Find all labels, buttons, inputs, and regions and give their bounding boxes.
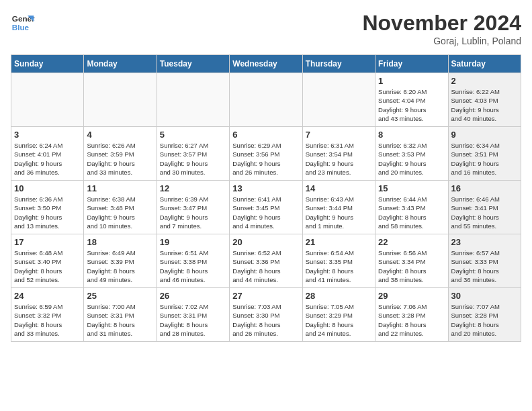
day-number: 2	[451, 76, 518, 86]
day-info: Sunrise: 6:29 AM Sunset: 3:56 PM Dayligh…	[232, 141, 299, 177]
day-info: Sunrise: 7:00 AM Sunset: 3:31 PM Dayligh…	[87, 302, 153, 338]
day-header-sunday: Sunday	[11, 55, 84, 73]
day-info: Sunrise: 6:43 AM Sunset: 3:44 PM Dayligh…	[306, 195, 372, 230]
calendar-cell: 11Sunrise: 6:38 AM Sunset: 3:48 PM Dayli…	[84, 181, 157, 234]
calendar-cell: 4Sunrise: 6:26 AM Sunset: 3:59 PM Daylig…	[84, 127, 157, 181]
calendar-cell: 17Sunrise: 6:48 AM Sunset: 3:40 PM Dayli…	[11, 234, 84, 288]
day-number: 12	[160, 183, 226, 193]
calendar-cell	[302, 73, 375, 127]
day-number: 13	[232, 183, 299, 193]
day-info: Sunrise: 6:49 AM Sunset: 3:39 PM Dayligh…	[87, 248, 153, 284]
day-header-saturday: Saturday	[448, 55, 521, 73]
day-number: 29	[378, 291, 445, 301]
day-info: Sunrise: 6:31 AM Sunset: 3:54 PM Dayligh…	[306, 141, 372, 177]
day-number: 1	[378, 76, 445, 86]
month-title: November 2024	[362, 11, 521, 36]
calendar-cell: 29Sunrise: 7:06 AM Sunset: 3:28 PM Dayli…	[375, 288, 448, 342]
calendar-cell: 7Sunrise: 6:31 AM Sunset: 3:54 PM Daylig…	[302, 127, 375, 181]
day-number: 24	[14, 291, 81, 301]
calendar-cell: 22Sunrise: 6:56 AM Sunset: 3:34 PM Dayli…	[375, 234, 448, 288]
day-info: Sunrise: 6:38 AM Sunset: 3:48 PM Dayligh…	[87, 195, 153, 230]
calendar-cell: 15Sunrise: 6:44 AM Sunset: 3:43 PM Dayli…	[375, 181, 448, 234]
header-row: SundayMondayTuesdayWednesdayThursdayFrid…	[11, 55, 521, 73]
page-header: General Blue November 2024 Goraj, Lublin…	[11, 11, 521, 46]
calendar-table: SundayMondayTuesdayWednesdayThursdayFrid…	[11, 54, 521, 342]
calendar-week-3: 10Sunrise: 6:36 AM Sunset: 3:50 PM Dayli…	[11, 181, 521, 234]
calendar-cell: 24Sunrise: 6:59 AM Sunset: 3:32 PM Dayli…	[11, 288, 84, 342]
calendar-cell: 1Sunrise: 6:20 AM Sunset: 4:04 PM Daylig…	[375, 73, 448, 127]
day-number: 11	[87, 183, 153, 193]
logo: General Blue	[11, 11, 35, 35]
day-info: Sunrise: 6:24 AM Sunset: 4:01 PM Dayligh…	[14, 141, 81, 177]
calendar-cell: 8Sunrise: 6:32 AM Sunset: 3:53 PM Daylig…	[375, 127, 448, 181]
day-info: Sunrise: 6:48 AM Sunset: 3:40 PM Dayligh…	[14, 248, 81, 284]
day-info: Sunrise: 6:32 AM Sunset: 3:53 PM Dayligh…	[378, 141, 445, 177]
day-info: Sunrise: 6:56 AM Sunset: 3:34 PM Dayligh…	[378, 248, 445, 284]
calendar-cell	[84, 73, 157, 127]
calendar-week-2: 3Sunrise: 6:24 AM Sunset: 4:01 PM Daylig…	[11, 127, 521, 181]
day-header-tuesday: Tuesday	[157, 55, 229, 73]
calendar-cell: 18Sunrise: 6:49 AM Sunset: 3:39 PM Dayli…	[84, 234, 157, 288]
day-number: 7	[306, 130, 372, 140]
day-info: Sunrise: 7:02 AM Sunset: 3:31 PM Dayligh…	[160, 302, 226, 338]
day-header-wednesday: Wednesday	[230, 55, 302, 73]
day-info: Sunrise: 7:07 AM Sunset: 3:28 PM Dayligh…	[451, 302, 518, 338]
calendar-cell: 26Sunrise: 7:02 AM Sunset: 3:31 PM Dayli…	[157, 288, 229, 342]
calendar-cell	[230, 73, 302, 127]
day-info: Sunrise: 6:34 AM Sunset: 3:51 PM Dayligh…	[451, 141, 518, 177]
calendar-week-4: 17Sunrise: 6:48 AM Sunset: 3:40 PM Dayli…	[11, 234, 521, 288]
svg-text:Blue: Blue	[12, 23, 30, 32]
calendar-cell: 21Sunrise: 6:54 AM Sunset: 3:35 PM Dayli…	[302, 234, 375, 288]
day-info: Sunrise: 6:59 AM Sunset: 3:32 PM Dayligh…	[14, 302, 81, 338]
day-number: 8	[378, 130, 445, 140]
calendar-cell: 23Sunrise: 6:57 AM Sunset: 3:33 PM Dayli…	[448, 234, 521, 288]
day-number: 16	[451, 183, 518, 193]
calendar-cell: 16Sunrise: 6:46 AM Sunset: 3:41 PM Dayli…	[448, 181, 521, 234]
day-header-thursday: Thursday	[302, 55, 375, 73]
calendar-cell	[11, 73, 84, 127]
day-info: Sunrise: 6:46 AM Sunset: 3:41 PM Dayligh…	[451, 195, 518, 230]
calendar-cell: 2Sunrise: 6:22 AM Sunset: 4:03 PM Daylig…	[448, 73, 521, 127]
day-number: 27	[232, 291, 299, 301]
calendar-cell: 3Sunrise: 6:24 AM Sunset: 4:01 PM Daylig…	[11, 127, 84, 181]
calendar-cell: 25Sunrise: 7:00 AM Sunset: 3:31 PM Dayli…	[84, 288, 157, 342]
day-info: Sunrise: 6:26 AM Sunset: 3:59 PM Dayligh…	[87, 141, 153, 177]
day-number: 26	[160, 291, 226, 301]
calendar-week-1: 1Sunrise: 6:20 AM Sunset: 4:04 PM Daylig…	[11, 73, 521, 127]
calendar-cell: 28Sunrise: 7:05 AM Sunset: 3:29 PM Dayli…	[302, 288, 375, 342]
calendar-cell: 12Sunrise: 6:39 AM Sunset: 3:47 PM Dayli…	[157, 181, 229, 234]
day-info: Sunrise: 6:36 AM Sunset: 3:50 PM Dayligh…	[14, 195, 81, 230]
day-info: Sunrise: 6:51 AM Sunset: 3:38 PM Dayligh…	[160, 248, 226, 284]
logo-icon: General Blue	[11, 11, 35, 35]
day-number: 10	[14, 183, 81, 193]
day-header-friday: Friday	[375, 55, 448, 73]
day-info: Sunrise: 7:06 AM Sunset: 3:28 PM Dayligh…	[378, 302, 445, 338]
day-number: 28	[306, 291, 372, 301]
calendar-cell: 30Sunrise: 7:07 AM Sunset: 3:28 PM Dayli…	[448, 288, 521, 342]
calendar-cell: 13Sunrise: 6:41 AM Sunset: 3:45 PM Dayli…	[230, 181, 302, 234]
day-number: 19	[160, 237, 226, 247]
day-info: Sunrise: 7:05 AM Sunset: 3:29 PM Dayligh…	[306, 302, 372, 338]
day-info: Sunrise: 6:52 AM Sunset: 3:36 PM Dayligh…	[232, 248, 299, 284]
day-number: 14	[306, 183, 372, 193]
calendar-week-5: 24Sunrise: 6:59 AM Sunset: 3:32 PM Dayli…	[11, 288, 521, 342]
day-info: Sunrise: 6:20 AM Sunset: 4:04 PM Dayligh…	[378, 87, 445, 123]
calendar-cell	[157, 73, 229, 127]
day-info: Sunrise: 6:41 AM Sunset: 3:45 PM Dayligh…	[232, 195, 299, 230]
day-number: 22	[378, 237, 445, 247]
day-number: 30	[451, 291, 518, 301]
day-header-monday: Monday	[84, 55, 157, 73]
day-number: 15	[378, 183, 445, 193]
day-info: Sunrise: 6:39 AM Sunset: 3:47 PM Dayligh…	[160, 195, 226, 230]
day-number: 4	[87, 130, 153, 140]
day-number: 6	[232, 130, 299, 140]
day-number: 5	[160, 130, 226, 140]
calendar-cell: 10Sunrise: 6:36 AM Sunset: 3:50 PM Dayli…	[11, 181, 84, 234]
day-number: 18	[87, 237, 153, 247]
calendar-cell: 19Sunrise: 6:51 AM Sunset: 3:38 PM Dayli…	[157, 234, 229, 288]
day-number: 9	[451, 130, 518, 140]
calendar-cell: 27Sunrise: 7:03 AM Sunset: 3:30 PM Dayli…	[230, 288, 302, 342]
day-info: Sunrise: 6:22 AM Sunset: 4:03 PM Dayligh…	[451, 87, 518, 123]
day-number: 23	[451, 237, 518, 247]
calendar-cell: 14Sunrise: 6:43 AM Sunset: 3:44 PM Dayli…	[302, 181, 375, 234]
